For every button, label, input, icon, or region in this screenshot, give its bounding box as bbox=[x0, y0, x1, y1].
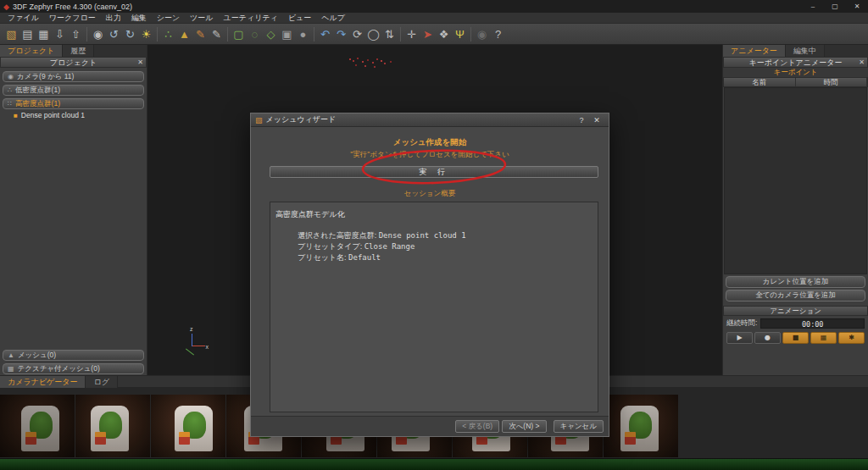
add-current-position-button[interactable]: カレント位置を追加 bbox=[726, 276, 865, 288]
menu-item-3[interactable]: 編集 bbox=[126, 13, 152, 23]
camera-thumbnail-1[interactable] bbox=[75, 395, 150, 457]
dense-cloud-label: Dense point cloud 1 bbox=[21, 111, 85, 119]
duration-value[interactable]: 00:00 bbox=[760, 318, 865, 329]
duration-label: 継続時間: bbox=[726, 318, 757, 329]
undo-icon[interactable]: ↶ bbox=[317, 26, 333, 42]
tree-item-cameras[interactable]: ◉ カメラ(9 から 11) bbox=[3, 71, 144, 82]
axis-x-label: x bbox=[206, 344, 209, 350]
minimize-button[interactable]: – bbox=[802, 0, 824, 13]
redo-icon[interactable]: ↷ bbox=[333, 26, 349, 42]
brush-icon[interactable]: ❖ bbox=[436, 26, 452, 42]
dialog-title-bar[interactable]: ▧ メッシュウィザード ? ✕ bbox=[251, 113, 609, 127]
measure-icon[interactable]: Ψ bbox=[452, 26, 468, 42]
title-bar[interactable]: ◆ 3DF Zephyr Free 4.300 (caenv_02) – ▢ ✕ bbox=[0, 0, 868, 13]
animator-panel: アニメーター 編集中 キーポイントアニメーター ✕ キーポイント 名前 時間 カ… bbox=[722, 45, 868, 375]
project-panel-close-icon[interactable]: ✕ bbox=[137, 58, 143, 68]
next-button[interactable]: 次へ(N) > bbox=[502, 420, 546, 433]
camera-thumbnail-8[interactable] bbox=[604, 395, 678, 457]
import-icon[interactable]: ⇩ bbox=[52, 26, 68, 42]
mesh-triangle-icon[interactable]: ▲ bbox=[176, 26, 192, 42]
menu-item-7[interactable]: ビュー bbox=[283, 13, 316, 23]
tab-editing[interactable]: 編集中 bbox=[786, 45, 825, 57]
frames-button[interactable]: ▦ bbox=[810, 332, 837, 344]
close-button[interactable]: ✕ bbox=[846, 0, 868, 13]
stop-button[interactable]: ■ bbox=[782, 332, 809, 344]
rotate-right-icon[interactable]: ↻ bbox=[122, 26, 138, 42]
menu-item-4[interactable]: シーン bbox=[152, 13, 185, 23]
dialog-help-button[interactable]: ? bbox=[574, 116, 589, 124]
move-icon[interactable]: ✛ bbox=[403, 26, 420, 42]
menu-item-5[interactable]: ツール bbox=[185, 13, 218, 23]
help-icon[interactable]: ? bbox=[490, 26, 506, 42]
right-panel-tabs: アニメーター 編集中 bbox=[723, 45, 868, 57]
settings-button[interactable]: ✱ bbox=[838, 332, 865, 344]
transport-controls: ▶●■▦✱ bbox=[723, 329, 868, 346]
summary-title: 高密度点群モデル化 bbox=[275, 209, 593, 220]
eye-icon[interactable]: ◉ bbox=[474, 26, 490, 42]
tree-item-mesh[interactable]: ▲ メッシュ(0) bbox=[3, 350, 144, 361]
animator-panel-close-icon[interactable]: ✕ bbox=[859, 58, 865, 68]
toolbar-separator bbox=[157, 27, 158, 41]
dense-cloud-bullet-icon: ■ bbox=[14, 112, 18, 119]
camera-thumbnail-2[interactable] bbox=[151, 395, 225, 457]
cancel-button[interactable]: キャンセル bbox=[554, 420, 604, 433]
new-project-icon[interactable]: ▧ bbox=[3, 26, 19, 42]
points-icon[interactable]: ∴ bbox=[160, 26, 176, 42]
column-name[interactable]: 名前 bbox=[724, 78, 796, 86]
keypoint-list[interactable] bbox=[724, 87, 867, 274]
menu-item-2[interactable]: 出力 bbox=[101, 13, 126, 23]
menu-bar-items: ファイルワークフロー出力編集シーンツールユーティリティビューヘルプ bbox=[3, 13, 350, 23]
record-button[interactable]: ● bbox=[754, 332, 781, 344]
axis-y-line bbox=[186, 348, 194, 355]
dialog-footer: < 戻る(B) 次へ(N) > キャンセル bbox=[251, 416, 609, 436]
mesh-item-icon: ▲ bbox=[8, 351, 14, 359]
tree-item-dense-cloud[interactable]: ∷ 高密度点群(1) bbox=[3, 98, 144, 109]
tab-animator[interactable]: アニメーター bbox=[723, 45, 786, 57]
column-time[interactable]: 時間 bbox=[796, 78, 868, 86]
animator-panel-spacer bbox=[723, 346, 868, 375]
save-project-icon[interactable]: ▦ bbox=[36, 26, 52, 42]
back-button[interactable]: < 戻る(B) bbox=[455, 420, 499, 433]
select-poly-icon[interactable]: ◇ bbox=[263, 26, 279, 42]
tab-log[interactable]: ログ bbox=[86, 376, 117, 388]
camera-icon[interactable]: ◉ bbox=[90, 26, 106, 42]
select-lasso-icon[interactable]: ◌ bbox=[247, 26, 263, 42]
tree-item-sparse-cloud[interactable]: ∴ 低密度点群(1) bbox=[3, 85, 144, 96]
menu-item-6[interactable]: ユーティリティ bbox=[219, 13, 283, 23]
maximize-button[interactable]: ▢ bbox=[824, 0, 846, 13]
refresh-icon[interactable]: ⟳ bbox=[349, 26, 365, 42]
toolbar-separator bbox=[470, 27, 471, 41]
camera-thumbnail-0[interactable] bbox=[0, 395, 75, 457]
select-rect-icon[interactable]: ▢ bbox=[231, 26, 247, 42]
light-icon[interactable]: ☀ bbox=[138, 26, 154, 42]
circle-select-icon[interactable]: ◯ bbox=[365, 26, 381, 42]
animation-section-header: アニメーション bbox=[723, 306, 868, 316]
tab-project[interactable]: プロジェクト bbox=[0, 45, 63, 57]
play-button[interactable]: ▶ bbox=[726, 332, 753, 344]
rotate-left-icon[interactable]: ↺ bbox=[106, 26, 122, 42]
tab-history[interactable]: 履歴 bbox=[63, 45, 94, 57]
sphere-icon[interactable]: ● bbox=[295, 26, 311, 42]
menu-item-0[interactable]: ファイル bbox=[3, 13, 44, 23]
dialog-close-button[interactable]: ✕ bbox=[589, 116, 604, 124]
draw-pen-icon[interactable]: ✎ bbox=[192, 26, 209, 42]
add-all-camera-positions-button[interactable]: 全てのカメラ位置を追加 bbox=[726, 290, 865, 301]
summary-preset-type-value: Close Range bbox=[364, 242, 415, 251]
menu-item-1[interactable]: ワークフロー bbox=[44, 13, 101, 23]
pointer-icon[interactable]: ➤ bbox=[420, 26, 436, 42]
run-button[interactable]: 実 行 bbox=[270, 166, 598, 178]
updown-icon[interactable]: ⇅ bbox=[381, 26, 398, 42]
cubes-icon[interactable]: ▣ bbox=[279, 26, 295, 42]
edit-pen-icon[interactable]: ✎ bbox=[209, 26, 225, 42]
tab-camera-navigator[interactable]: カメラナビゲーター bbox=[0, 376, 86, 388]
summary-line-preset-type: プリセットタイプ: Close Range bbox=[275, 241, 593, 252]
export-icon[interactable]: ⇧ bbox=[68, 26, 84, 42]
sparse-item-icon: ∴ bbox=[8, 86, 12, 94]
open-project-icon[interactable]: ▤ bbox=[19, 26, 36, 42]
summary-preset-name-label: プリセット名: bbox=[298, 253, 348, 262]
status-bar bbox=[0, 458, 868, 470]
tree-item-dense-point-cloud-1[interactable]: ■ Dense point cloud 1 bbox=[14, 110, 147, 120]
tree-item-textured-mesh[interactable]: ▦ テクスチャ付メッシュ(0) bbox=[3, 363, 144, 374]
menu-item-8[interactable]: ヘルプ bbox=[316, 13, 350, 23]
dialog-title: メッシュウィザード bbox=[266, 114, 574, 125]
